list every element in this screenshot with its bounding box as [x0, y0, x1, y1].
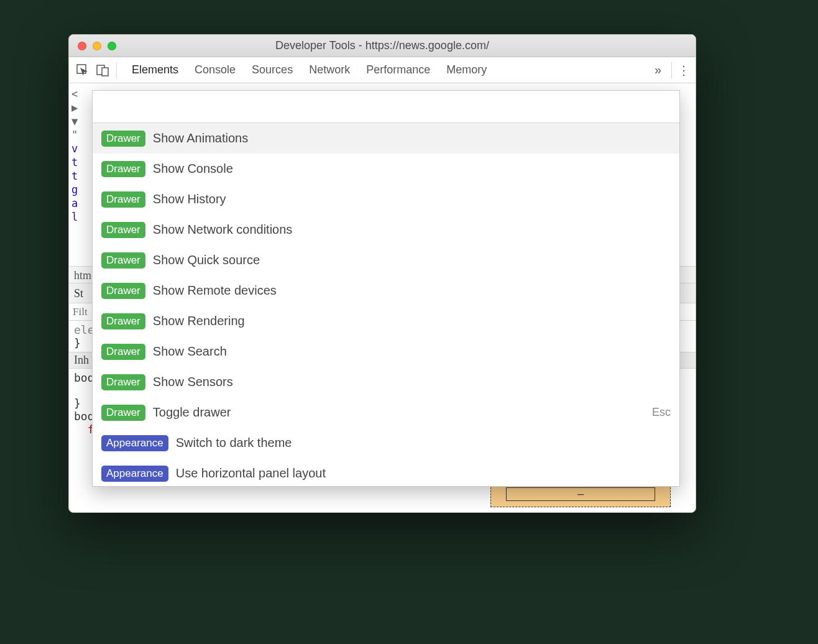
more-tabs-icon[interactable]: »: [648, 63, 668, 77]
command-label: Show Network conditions: [153, 223, 293, 237]
dom-frag: a: [71, 196, 90, 210]
command-badge: Drawer: [101, 131, 145, 147]
command-badge: Drawer: [101, 344, 145, 360]
command-badge: Drawer: [101, 252, 145, 269]
inspect-element-icon[interactable]: [73, 64, 93, 76]
device-toolbar-icon[interactable]: [93, 64, 113, 76]
command-item[interactable]: DrawerShow Sensors: [93, 367, 679, 397]
command-item[interactable]: DrawerShow Rendering: [93, 306, 679, 336]
command-item[interactable]: DrawerShow Network conditions: [93, 214, 679, 245]
tab-sources[interactable]: Sources: [252, 63, 293, 76]
box-model-inner: –: [506, 487, 655, 501]
tab-elements[interactable]: Elements: [132, 63, 178, 76]
svg-rect-2: [102, 68, 108, 76]
tab-performance[interactable]: Performance: [366, 63, 430, 76]
command-label: Show Console: [153, 162, 233, 176]
command-badge: Appearance: [101, 466, 168, 482]
command-badge: Drawer: [101, 191, 145, 208]
command-label: Switch to dark theme: [176, 436, 292, 450]
command-label: Show Animations: [153, 131, 248, 145]
command-badge: Drawer: [101, 405, 145, 421]
dom-frag: t: [71, 155, 90, 169]
command-label: Use horizontal panel layout: [176, 466, 326, 481]
element-style-label: ele: [74, 323, 94, 336]
command-label: Show History: [153, 192, 226, 206]
command-item[interactable]: DrawerShow Console: [93, 154, 679, 184]
command-label: Show Quick source: [153, 253, 260, 267]
main-toolbar: Elements Console Sources Network Perform…: [69, 57, 696, 83]
command-list: DrawerShow AnimationsDrawerShow ConsoleD…: [93, 123, 679, 486]
settings-menu-icon[interactable]: ⋮: [676, 63, 692, 78]
dom-frag: l: [71, 210, 90, 224]
command-input[interactable]: [93, 91, 679, 123]
command-label: Show Search: [153, 344, 227, 359]
command-badge: Drawer: [101, 222, 145, 238]
panel-tabs: Elements Console Sources Network Perform…: [121, 63, 648, 76]
tab-memory[interactable]: Memory: [446, 63, 487, 76]
divider: [671, 62, 672, 78]
titlebar: Developer Tools - https://news.google.co…: [69, 35, 696, 57]
command-label: Show Sensors: [153, 375, 233, 389]
box-model-value: –: [577, 488, 584, 500]
window-title: Developer Tools - https://news.google.co…: [69, 39, 696, 52]
command-label: Show Rendering: [153, 314, 245, 328]
dom-frag: <: [71, 87, 90, 101]
divider: [116, 62, 117, 78]
tab-console[interactable]: Console: [195, 63, 236, 76]
dom-frag: ": [71, 128, 90, 142]
command-item[interactable]: AppearanceSwitch to dark theme: [93, 428, 679, 458]
command-label: Toggle drawer: [153, 405, 231, 420]
command-badge: Drawer: [101, 283, 145, 299]
command-item[interactable]: AppearanceUse horizontal panel layout: [93, 458, 679, 486]
command-item[interactable]: DrawerShow Search: [93, 336, 679, 367]
dom-frag: v: [71, 142, 90, 155]
command-item[interactable]: DrawerShow History: [93, 184, 679, 214]
command-badge: Drawer: [101, 161, 145, 177]
command-menu: DrawerShow AnimationsDrawerShow ConsoleD…: [92, 90, 680, 487]
command-item[interactable]: DrawerShow Quick source: [93, 245, 679, 275]
command-shortcut: Esc: [652, 406, 671, 419]
dom-frag: ▶: [71, 101, 90, 114]
command-badge: Drawer: [101, 313, 145, 329]
command-badge: Appearance: [101, 435, 168, 451]
command-label: Show Remote devices: [153, 283, 277, 298]
dom-frag: t: [71, 169, 90, 183]
dom-frag: ▼: [71, 114, 90, 128]
tab-network[interactable]: Network: [309, 63, 350, 76]
command-item[interactable]: DrawerShow Animations: [93, 123, 679, 154]
command-item[interactable]: DrawerToggle drawerEsc: [93, 397, 679, 428]
command-badge: Drawer: [101, 374, 145, 390]
dom-frag: g: [71, 183, 90, 196]
command-item[interactable]: DrawerShow Remote devices: [93, 275, 679, 306]
